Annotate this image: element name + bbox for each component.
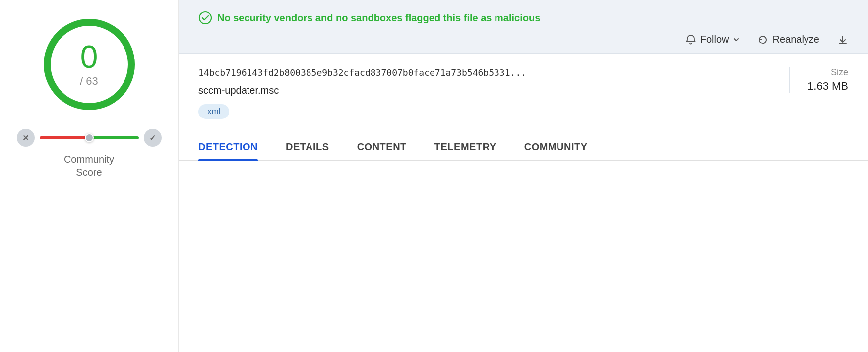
file-hash: 14bcb7196143fd2b800385e9b32cfacd837007b0… — [198, 67, 769, 78]
follow-button[interactable]: Follow — [685, 34, 740, 45]
safe-message-text: No security vendors and no sandboxes fla… — [217, 12, 540, 24]
score-number: 0 — [80, 41, 98, 73]
svg-point-2 — [199, 12, 211, 24]
file-info-area: 14bcb7196143fd2b800385e9b32cfacd837007b0… — [179, 54, 868, 131]
check-icon-circle: ✓ — [144, 129, 162, 147]
tab-details[interactable]: DETAILS — [286, 141, 329, 160]
download-button[interactable] — [837, 34, 848, 45]
score-circle-wrapper: 0 / 63 — [40, 15, 139, 114]
tab-telemetry[interactable]: TELEMETRY — [434, 141, 496, 160]
slider-row: ✕ ✓ — [10, 129, 168, 147]
x-icon-circle: ✕ — [17, 129, 35, 147]
file-size-box: Size 1.63 MB — [789, 67, 848, 93]
safe-message-row: No security vendors and no sandboxes fla… — [198, 11, 848, 25]
tab-detection[interactable]: DETECTION — [198, 141, 258, 160]
community-score-area: ✕ ✓ CommunityScore — [0, 129, 178, 178]
slider-thumb[interactable] — [85, 133, 94, 142]
left-panel: 0 / 63 ✕ ✓ CommunityScore — [0, 0, 179, 352]
top-banner: No security vendors and no sandboxes fla… — [179, 0, 868, 54]
tab-content[interactable]: CONTENT — [357, 141, 407, 160]
community-score-label: CommunityScore — [64, 153, 114, 178]
file-name: sccm-updater.msc — [198, 85, 769, 96]
action-row: Follow Reanalyze — [198, 34, 848, 53]
right-panel: No security vendors and no sandboxes fla… — [179, 0, 868, 352]
tab-community[interactable]: COMMUNITY — [524, 141, 588, 160]
refresh-icon — [757, 34, 768, 45]
safe-checkmark-icon — [198, 11, 212, 25]
size-label: Size — [806, 67, 848, 78]
check-icon: ✓ — [149, 133, 156, 143]
slider-track[interactable] — [40, 136, 139, 139]
size-value: 1.63 MB — [806, 80, 848, 93]
chevron-down-icon — [733, 36, 740, 43]
tabs-bar: DETECTION DETAILS CONTENT TELEMETRY COMM… — [179, 141, 868, 161]
x-icon: ✕ — [22, 133, 29, 143]
score-text-group: 0 / 63 — [80, 41, 98, 88]
file-details: 14bcb7196143fd2b800385e9b32cfacd837007b0… — [198, 67, 769, 119]
file-tag: xml — [198, 104, 229, 119]
bell-icon — [685, 34, 696, 45]
reanalyze-button[interactable]: Reanalyze — [757, 34, 819, 45]
score-divider: / 63 — [80, 75, 98, 88]
download-icon — [837, 34, 848, 45]
reanalyze-label: Reanalyze — [772, 34, 819, 45]
page-wrapper: 0 / 63 ✕ ✓ CommunityScore — [0, 0, 868, 352]
follow-label: Follow — [700, 34, 729, 45]
